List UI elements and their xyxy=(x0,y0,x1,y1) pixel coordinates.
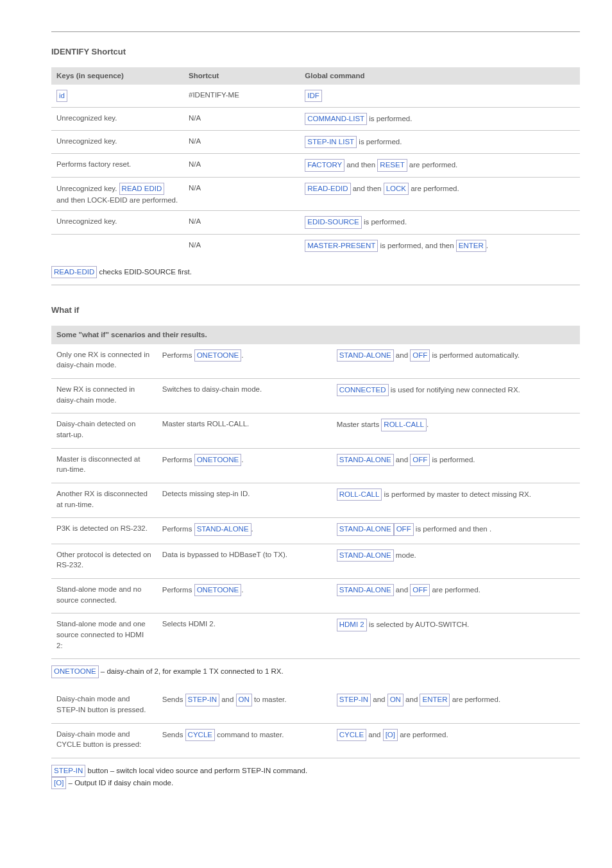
cell-action: Selects HDMI 2. xyxy=(157,613,332,659)
table-row: P3K is detected on RS-232.Performs STAND… xyxy=(51,518,580,544)
result-link[interactable]: STAND-ALONE xyxy=(337,584,394,596)
cell-global: STEP-IN LIST is performed. xyxy=(300,131,580,154)
cell-global: EDID-SOURCE is performed. xyxy=(300,211,580,234)
result-link[interactable]: CYCLE xyxy=(337,729,366,741)
text: is performed by master to detect missing… xyxy=(382,490,531,498)
text: . xyxy=(486,242,488,249)
result-link[interactable]: OFF xyxy=(410,454,430,466)
text: Master starts xyxy=(337,421,382,428)
table-row: Daisy-chain detected on start-up.Master … xyxy=(51,413,580,448)
result-link[interactable]: STAND-ALONE xyxy=(337,454,394,466)
global-link[interactable]: STEP-IN LIST xyxy=(305,136,357,148)
text: Unrecognized key. xyxy=(56,185,119,192)
cell-action: Performs ONETOONE. xyxy=(157,344,332,379)
text: Unrecognized key. xyxy=(56,217,117,225)
text: . xyxy=(251,525,253,533)
text: Performs xyxy=(162,456,194,463)
global-link[interactable]: READ-EDID xyxy=(305,183,350,195)
action-link[interactable]: CYCLE xyxy=(185,729,215,741)
action-link[interactable]: STEP-IN xyxy=(185,694,219,706)
result-link[interactable]: OFF xyxy=(410,349,430,362)
cell-result: CONNECTED is used for notifying new conn… xyxy=(332,379,580,413)
result-link[interactable]: CONNECTED xyxy=(337,384,389,396)
text: . xyxy=(241,351,243,359)
global-link[interactable]: MASTER-PRESENT xyxy=(305,240,378,252)
cell-scenario: Daisy-chain mode and STEP-IN button is p… xyxy=(51,689,157,723)
result-link[interactable]: STEP-IN xyxy=(337,694,371,706)
table-row: Unrecognized key.N/ASTEP-IN LIST is perf… xyxy=(51,131,580,154)
text: Data is bypassed to HDBaseT (to TX). xyxy=(162,551,287,558)
cell-keys xyxy=(51,234,183,257)
cell-scenario: Another RX is disconnected at run-time. xyxy=(51,483,157,518)
text: is selected by AUTO-SWITCH. xyxy=(367,621,470,628)
result-link[interactable]: STAND-ALONE xyxy=(337,523,394,535)
cell-action: Performs ONETOONE. xyxy=(157,579,332,613)
global-link[interactable]: FACTORY xyxy=(305,159,344,171)
onetoone-link[interactable]: ONETOONE xyxy=(51,665,99,678)
text: Detects missing step-in ID. xyxy=(162,490,250,497)
result-link[interactable]: [O] xyxy=(383,729,398,741)
action-link[interactable]: ONETOONE xyxy=(194,349,242,362)
cell-scenario: Other protocol is detected on RS-232. xyxy=(51,544,157,578)
identify-footnote-text: checks EDID-SOURCE first. xyxy=(99,268,191,276)
action-link[interactable]: STAND-ALONE xyxy=(194,523,251,535)
cell-result: STAND-ALONE and OFF is performed automat… xyxy=(332,344,580,379)
result-link[interactable]: OFF xyxy=(394,523,414,535)
cell-result: STAND-ALONEOFF is performed and then . xyxy=(332,518,580,544)
global-link[interactable]: ENTER xyxy=(456,240,486,252)
keys-link[interactable]: id xyxy=(56,90,67,102)
result-link[interactable]: HDMI 2 xyxy=(337,619,367,631)
result-link[interactable]: OFF xyxy=(410,584,430,596)
whatif-b-foot1: button – switch local video source and p… xyxy=(88,767,308,774)
result-link[interactable]: ROLL-CALL xyxy=(337,488,382,501)
cell-scenario: Only one RX is connected in daisy-chain … xyxy=(51,344,157,379)
cell-action: Switches to daisy-chain mode. xyxy=(157,379,332,413)
global-link[interactable]: COMMAND-LIST xyxy=(305,113,367,125)
cell-result: STAND-ALONE and OFF is performed. xyxy=(332,448,580,483)
keys-link[interactable]: READ EDID xyxy=(119,183,165,195)
result-link[interactable]: STAND-ALONE xyxy=(337,549,394,562)
text: Performs xyxy=(162,525,194,533)
result-link[interactable]: ON xyxy=(387,694,404,706)
action-link[interactable]: ONETOONE xyxy=(194,584,242,596)
text: are performed. xyxy=(407,161,458,169)
cell-global: COMMAND-LIST is performed. xyxy=(300,107,580,130)
text: are performed. xyxy=(430,586,480,594)
action-link[interactable]: ONETOONE xyxy=(194,454,242,466)
global-link[interactable]: RESET xyxy=(377,159,407,171)
result-link[interactable]: STAND-ALONE xyxy=(337,349,394,362)
cell-result: CYCLE and [O] are performed. xyxy=(332,723,580,758)
table-row: Unrecognized key. READ EDID and then LOC… xyxy=(51,177,580,211)
cell-shortcut: N/A xyxy=(183,177,300,211)
table-row: Master is disconnected at run-time.Perfo… xyxy=(51,448,580,483)
text: are performed. xyxy=(409,185,459,192)
result-link[interactable]: ENTER xyxy=(420,694,450,706)
table-row: Stand-alone mode and no source connected… xyxy=(51,579,580,613)
text: is performed. xyxy=(367,115,412,122)
o-link[interactable]: [O] xyxy=(51,777,66,789)
read-edid-link[interactable]: READ-EDID xyxy=(51,266,97,278)
cell-shortcut: N/A xyxy=(183,131,300,154)
cell-scenario: P3K is detected on RS-232. xyxy=(51,518,157,544)
global-link[interactable]: LOCK xyxy=(384,183,409,195)
cell-keys: Unrecognized key. xyxy=(51,107,183,130)
table-row: id#IDENTIFY-MEIDF xyxy=(51,85,580,108)
whatif-b-foot2: – Output ID if daisy chain mode. xyxy=(69,779,174,787)
global-link[interactable]: IDF xyxy=(305,90,322,102)
cell-result: STAND-ALONE and OFF are performed. xyxy=(332,579,580,613)
whatif-header: Some "what if" scenarios and their resul… xyxy=(51,326,580,344)
cell-action: Data is bypassed to HDBaseT (to TX). xyxy=(157,544,332,578)
result-link[interactable]: ROLL-CALL xyxy=(381,419,427,431)
cell-scenario: Stand-alone mode and no source connected… xyxy=(51,579,157,613)
cell-global: MASTER-PRESENT is performed, and then EN… xyxy=(300,234,580,257)
cell-result: ROLL-CALL is performed by master to dete… xyxy=(332,483,580,518)
cell-shortcut: N/A xyxy=(183,211,300,234)
cell-scenario: Daisy-chain detected on start-up. xyxy=(51,413,157,448)
text: and then LOCK-EDID are performed. xyxy=(56,196,178,204)
global-link[interactable]: EDID-SOURCE xyxy=(305,216,362,228)
cell-keys: Unrecognized key. READ EDID and then LOC… xyxy=(51,177,183,211)
action-link[interactable]: ON xyxy=(236,694,252,706)
text: Selects HDMI 2. xyxy=(162,620,216,628)
stepin-link[interactable]: STEP-IN xyxy=(51,765,85,777)
text: Switches to daisy-chain mode. xyxy=(162,385,262,393)
